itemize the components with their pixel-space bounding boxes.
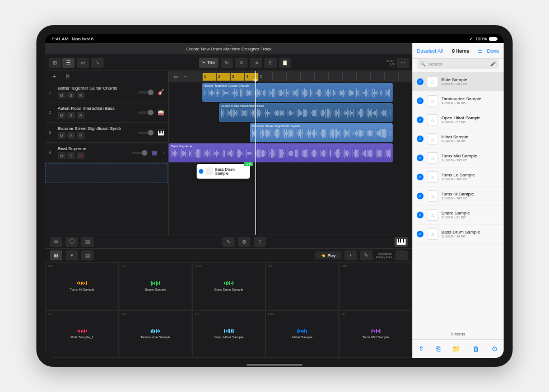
volume-slider[interactable] — [138, 91, 153, 94]
chevron-right-icon[interactable]: › — [163, 150, 165, 156]
drum-pad[interactable]: C#1 Tambourine Sample — [119, 310, 192, 358]
mixer-icon[interactable]: ⎍ — [254, 237, 266, 247]
mute-button[interactable]: M — [58, 112, 66, 119]
drum-pad[interactable]: A1 — [266, 262, 339, 310]
volume-slider[interactable] — [138, 132, 153, 134]
drop-zone[interactable] — [45, 163, 168, 183]
drum-pad[interactable]: D1 Open Hihat Sample — [192, 310, 266, 358]
loop-browser-button[interactable]: ⎘ — [63, 73, 72, 81]
file-item[interactable]: ✓ ♫ Tambourine Sample 2/15/18 – 16 KB — [412, 91, 504, 110]
more-actions-button[interactable]: ⊙ — [492, 345, 497, 353]
solo-button[interactable]: S — [67, 92, 75, 99]
record-button[interactable]: R — [77, 152, 85, 159]
file-item[interactable]: ✓ ♫ Toms Hi Sample 1/16/18 – 188 KB — [412, 186, 504, 206]
track-header[interactable]: 4 Beat Supreme M S R ▦ › — [45, 143, 168, 163]
automation-button[interactable]: ∿ — [91, 58, 104, 68]
track-header[interactable]: 1 Better Together Guitar Chords M S R 🎸 — [45, 82, 168, 102]
info-icon[interactable]: ⓘ — [66, 237, 78, 247]
audio-region[interactable]: Better Together Guitar Chords — [202, 83, 393, 102]
instrument-icon[interactable]: 🎸 — [157, 88, 165, 96]
pad-add-button[interactable]: + — [345, 250, 357, 260]
checkbox-icon[interactable]: ✓ — [417, 97, 424, 104]
pad-chevron-button[interactable]: ▾ — [66, 250, 78, 260]
ruler-bar[interactable] — [384, 73, 398, 81]
gear-icon[interactable]: ⚙ — [238, 237, 250, 247]
add-track-button[interactable]: + — [50, 73, 59, 81]
ruler-bar[interactable]: 2 — [216, 73, 230, 81]
checkbox-icon[interactable]: ✓ — [417, 155, 424, 161]
drum-pad[interactable]: F#1 Toms Hi Sample — [45, 262, 119, 310]
pad-edit-button[interactable]: ✎ — [360, 250, 373, 260]
ruler-bar[interactable] — [300, 73, 314, 81]
share-button[interactable]: ⇧ — [418, 345, 424, 353]
instrument-icon[interactable]: ▦ — [151, 149, 159, 157]
mic-icon[interactable]: 🎤 — [490, 62, 496, 67]
ruler-more-button[interactable]: ⋯ — [182, 72, 190, 82]
loop-button[interactable]: ↻ — [221, 58, 233, 68]
file-item[interactable]: ✓ ♫ Bass Drum Sample 1/16/18 – 24 KB — [412, 225, 504, 244]
ruler-bar[interactable] — [342, 73, 356, 81]
ruler-bar[interactable] — [286, 73, 300, 81]
solo-button[interactable]: S — [67, 152, 75, 159]
mute-button[interactable]: M — [58, 152, 66, 159]
file-item[interactable]: ✓ ♫ Hihat Sample 2/14/18 – 30 KB — [412, 129, 504, 148]
checkbox-icon[interactable]: ✓ — [417, 136, 424, 142]
keyboard-button[interactable] — [394, 237, 408, 247]
pad-grid-button[interactable]: ⊞ — [50, 250, 62, 260]
record-button[interactable]: R — [77, 112, 85, 119]
drum-pad[interactable]: A#1 — [339, 262, 412, 310]
ruler-bar[interactable]: 5 — [258, 73, 272, 81]
playhead[interactable] — [255, 71, 256, 235]
audio-region[interactable]: Broome Street Significant Synth — [250, 123, 393, 142]
deselect-all-button[interactable]: Deselect All — [417, 48, 443, 54]
list-icon[interactable]: ☰ — [478, 48, 482, 54]
volume-slider[interactable] — [132, 152, 147, 154]
checkbox-icon[interactable]: ✓ — [417, 174, 424, 180]
checkbox-icon[interactable]: ✓ — [417, 193, 424, 199]
instrument-icon[interactable]: 🎹 — [157, 129, 165, 137]
done-button[interactable]: Done — [487, 48, 499, 54]
pad-columns-button[interactable]: ▤ — [81, 250, 94, 260]
grid-view-button[interactable]: ⊞ — [49, 58, 61, 68]
drum-pad[interactable]: E1 Toms Mid Sample — [339, 310, 412, 358]
trim-button[interactable]: ✂ Trim — [199, 58, 218, 68]
file-item[interactable]: ✓ ♫ Snare Sample 1/16/18 – 21 KB — [412, 206, 504, 225]
pad-more-button[interactable]: ⋯ — [396, 250, 408, 260]
cut-button[interactable]: ✕ — [235, 58, 248, 68]
duplicate-button[interactable]: ⎘ — [436, 345, 440, 353]
search-input[interactable]: 🔍 Search 🎤 — [417, 59, 499, 69]
checkbox-icon[interactable]: ✓ — [417, 78, 424, 85]
audio-region[interactable]: Auten Road Interaction Bass — [219, 103, 393, 122]
copy-button[interactable]: ⎘ — [264, 58, 277, 68]
ruler-bar[interactable] — [370, 73, 384, 81]
track-header[interactable]: 3 Broome Street Significant Synth M S R … — [45, 123, 168, 143]
mute-button[interactable]: M — [58, 132, 66, 139]
paste-button[interactable]: 📋 — [279, 58, 291, 68]
move-button[interactable]: 📁 — [452, 345, 460, 353]
library-icon[interactable]: ▤ — [81, 237, 94, 247]
ruler-bar[interactable] — [328, 73, 342, 81]
file-item[interactable]: ✓ ♫ Ride Sample 3/28/18 – 301 KB — [412, 72, 504, 91]
audio-region[interactable]: Beat Supreme — [169, 143, 393, 162]
track-header[interactable]: 2 Auten Road Interaction Bass M S R 🥁 — [45, 102, 168, 123]
checkbox-icon[interactable]: ✓ — [417, 212, 424, 218]
file-item[interactable]: ✓ ♫ Open Hihat Sample 2/14/18 – 57 KB — [412, 110, 504, 129]
ruler-bar[interactable] — [314, 73, 328, 81]
marker-button[interactable]: ▭ — [172, 72, 180, 82]
ruler[interactable]: ▭ ⋯ 12345 — [169, 71, 412, 82]
more-button[interactable]: ⋯ — [397, 58, 409, 68]
ruler-bar[interactable]: 3 — [230, 73, 244, 81]
record-button[interactable]: R — [77, 92, 85, 99]
record-button[interactable]: R — [77, 132, 85, 139]
drum-pad[interactable]: C1 Ride Sample_1 — [45, 310, 119, 358]
drum-pad[interactable]: G1 Snare Sample — [119, 262, 192, 310]
file-item[interactable]: ✓ ♫ Toms Mid Sample 1/16/18 – 195 KB — [412, 148, 504, 167]
display-button[interactable]: ▭ — [77, 58, 89, 68]
drum-pad[interactable]: G#1 Bass Drum Sample — [192, 262, 266, 310]
list-view-button[interactable]: ☰ — [62, 58, 75, 68]
join-button[interactable]: ⇥ — [250, 58, 262, 68]
ruler-bar[interactable] — [272, 73, 286, 81]
mute-button[interactable]: M — [58, 92, 66, 99]
drum-pad[interactable]: D#1 Hihat Sample — [266, 310, 339, 358]
snap-display[interactable]: Snap 1/4 — [387, 59, 394, 66]
